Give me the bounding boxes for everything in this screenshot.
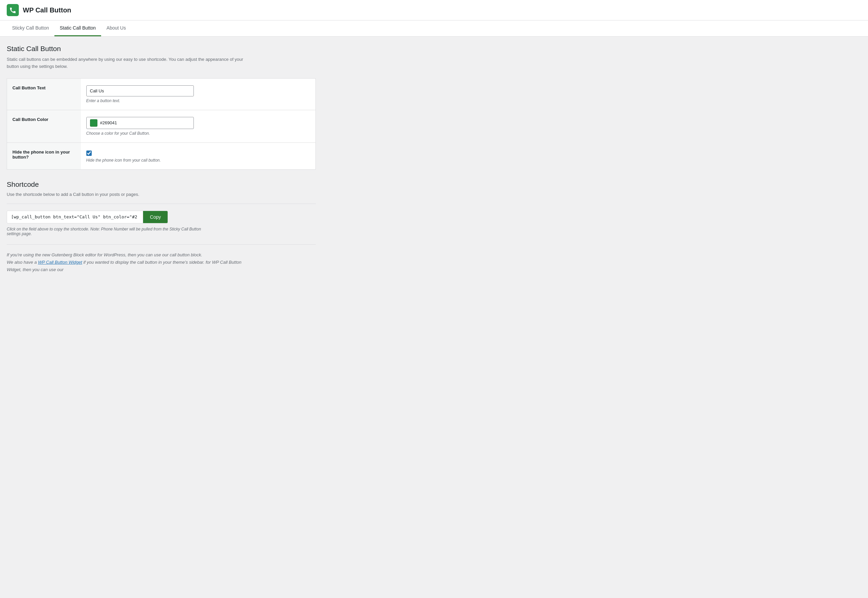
tab-sticky-call-button[interactable]: Sticky Call Button bbox=[7, 21, 54, 36]
tab-static-call-button[interactable]: Static Call Button bbox=[54, 21, 101, 36]
shortcode-note: Click on the field above to copy the sho… bbox=[7, 227, 208, 236]
label-call-button-text: Call Button Text bbox=[7, 78, 81, 110]
label-hide-phone-icon: Hide the phone icon in your button? bbox=[7, 142, 81, 169]
shortcode-input-row: Copy bbox=[7, 211, 168, 223]
input-call-button-text[interactable] bbox=[86, 85, 194, 96]
app-title: WP Call Button bbox=[23, 6, 71, 14]
color-input-wrapper[interactable] bbox=[86, 117, 194, 129]
footer-line2-prefix: We also have a bbox=[7, 260, 38, 265]
section-description: Static call buttons can be embedded anyw… bbox=[7, 56, 249, 70]
copy-button[interactable]: Copy bbox=[143, 211, 167, 223]
section-title: Static Call Button bbox=[7, 45, 316, 53]
footer-divider bbox=[7, 244, 316, 245]
cell-call-button-text: Enter a button text. bbox=[81, 78, 316, 110]
main-content: Static Call Button Static call buttons c… bbox=[0, 37, 323, 281]
footer-line1: If you're using the new Gutenberg Block … bbox=[7, 251, 249, 259]
wp-call-button-widget-link[interactable]: WP Call Button Widget bbox=[38, 260, 82, 265]
color-swatch bbox=[90, 119, 97, 127]
cell-hide-phone-icon: Hide the phone icon from your call butto… bbox=[81, 142, 316, 169]
row-call-button-color: Call Button Color Choose a color for you… bbox=[7, 110, 316, 142]
phone-logo-icon bbox=[9, 6, 16, 14]
hint-call-button-color: Choose a color for your Call Button. bbox=[86, 131, 311, 136]
app-logo bbox=[7, 4, 19, 16]
nav-tabs: Sticky Call Button Static Call Button Ab… bbox=[0, 21, 868, 37]
shortcode-section: Shortcode Use the shortcode below to add… bbox=[7, 180, 316, 274]
settings-table: Call Button Text Enter a button text. Ca… bbox=[7, 78, 316, 170]
row-hide-phone-icon: Hide the phone icon in your button? Hide… bbox=[7, 142, 316, 169]
shortcode-description: Use the shortcode below to add a Call bu… bbox=[7, 192, 316, 197]
row-call-button-text: Call Button Text Enter a button text. bbox=[7, 78, 316, 110]
cell-call-button-color: Choose a color for your Call Button. bbox=[81, 110, 316, 142]
shortcode-input[interactable] bbox=[7, 211, 143, 223]
shortcode-divider bbox=[7, 203, 316, 204]
app-header: WP Call Button bbox=[0, 0, 868, 21]
tab-about-us[interactable]: About Us bbox=[101, 21, 131, 36]
footer-notes: If you're using the new Gutenberg Block … bbox=[7, 251, 249, 274]
input-color-value[interactable] bbox=[100, 120, 190, 125]
shortcode-title: Shortcode bbox=[7, 180, 316, 188]
footer-line2: We also have a WP Call Button Widget if … bbox=[7, 259, 249, 274]
hint-call-button-text: Enter a button text. bbox=[86, 99, 311, 103]
label-call-button-color: Call Button Color bbox=[7, 110, 81, 142]
checkbox-wrapper bbox=[86, 150, 311, 156]
checkbox-hide-phone-icon[interactable] bbox=[86, 151, 92, 156]
hint-hide-phone-icon: Hide the phone icon from your call butto… bbox=[86, 158, 311, 163]
